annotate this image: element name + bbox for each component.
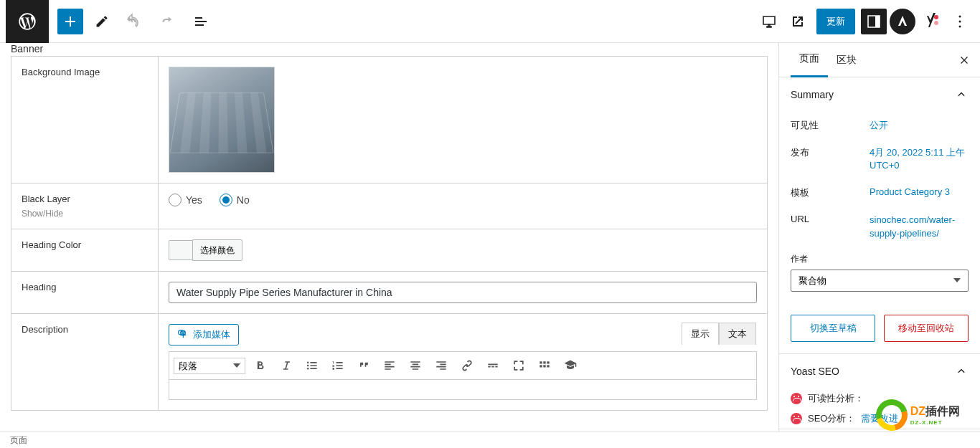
editor-tabs: 显示 文本 [682, 323, 756, 345]
more-tag-icon [486, 358, 500, 373]
bold-icon [253, 358, 268, 373]
align-right-icon [434, 358, 448, 373]
yoast-button[interactable] [918, 9, 944, 34]
editor-main: Banner Background Image Black Layer Show… [0, 43, 980, 432]
blockquote-button[interactable] [353, 355, 374, 376]
svg-point-7 [307, 365, 309, 367]
editor-tab-visual[interactable]: 显示 [682, 323, 719, 345]
insert-more-button[interactable] [482, 355, 504, 376]
tab-page[interactable]: 页面 [791, 42, 828, 77]
add-block-button[interactable] [57, 9, 83, 34]
summary-publish: 发布 4月 20, 2022 5:11 上午 UTC+0 [791, 139, 969, 179]
plus-icon [62, 13, 79, 30]
yoast-panel: Yoast SEO 可读性分析： SEO分析： 需要改进 [779, 354, 980, 429]
fields-table: Background Image Black Layer Show/Hide Y… [11, 56, 768, 411]
bold-button[interactable] [250, 355, 271, 376]
background-image-thumbnail[interactable] [169, 67, 275, 173]
seo-row: SEO分析： 需要改进 [779, 409, 980, 429]
settings-sidebar: 页面 区块 Summary 可见性 公开 发布 4月 20, 2022 5:11… [778, 43, 980, 432]
editor-toolbar: 段落 [169, 351, 757, 380]
link-button[interactable] [456, 355, 478, 376]
ol-icon [331, 358, 345, 373]
chevron-up-icon [954, 364, 969, 378]
radio-input-no[interactable] [220, 194, 232, 206]
redo-button[interactable] [149, 4, 184, 39]
color-swatch[interactable] [169, 240, 192, 260]
choose-color-button[interactable]: 选择颜色 [192, 239, 242, 261]
italic-button[interactable] [275, 355, 297, 376]
svg-point-6 [307, 362, 309, 364]
publish-value[interactable]: 4月 20, 2022 5:11 上午 UTC+0 [870, 146, 969, 172]
update-button[interactable]: 更新 [816, 9, 855, 34]
metabox-title: Banner [0, 43, 778, 56]
media-icon [177, 329, 189, 340]
toolbar-toggle-button[interactable] [534, 355, 555, 376]
field-row-heading-color: Heading Color 选择颜色 [11, 229, 768, 272]
align-right-button[interactable] [430, 355, 452, 376]
right-toolbar-group: 更新 [755, 9, 974, 34]
graduation-icon [563, 358, 578, 373]
edit-mode-button[interactable] [89, 4, 115, 39]
view-button[interactable] [756, 9, 782, 34]
view-page-button[interactable] [785, 9, 811, 34]
yoast-panel-toggle[interactable]: Yoast SEO [779, 354, 980, 389]
tab-block[interactable]: 区块 [828, 44, 865, 77]
svg-point-0 [934, 15, 938, 19]
editor-content-area[interactable] [169, 380, 757, 400]
fullscreen-button[interactable] [508, 355, 529, 376]
align-left-button[interactable] [379, 355, 400, 376]
redo-icon [158, 13, 175, 30]
field-value [159, 272, 768, 314]
wordpress-logo[interactable] [6, 0, 49, 43]
radio-input-yes[interactable] [169, 194, 182, 206]
document-overview-button[interactable] [184, 4, 218, 39]
url-value[interactable]: sinochec.com/water-supply-pipelines/ [870, 214, 969, 239]
radio-no[interactable]: No [220, 194, 250, 206]
quote-icon [357, 358, 371, 373]
toolbar-toggle-icon [537, 358, 552, 373]
author-select[interactable]: 聚合物 [791, 270, 969, 292]
radio-yes[interactable]: Yes [169, 194, 202, 206]
external-link-icon [789, 13, 806, 30]
editor-tab-text[interactable]: 文本 [719, 323, 756, 345]
yoast-icon [923, 13, 940, 30]
field-label: Heading Color [11, 229, 159, 272]
breadcrumb[interactable]: 页面 [10, 434, 27, 447]
more-options-button[interactable] [947, 9, 973, 34]
sidebar-tabs: 页面 区块 [779, 43, 980, 77]
field-value: Yes No [159, 184, 768, 229]
heading-input[interactable] [169, 282, 757, 303]
desktop-icon [760, 13, 778, 30]
summary-panel-toggle[interactable]: Summary [779, 77, 980, 112]
wordpress-icon [17, 11, 37, 32]
format-select[interactable]: 段落 [174, 358, 245, 374]
settings-sidebar-toggle[interactable] [861, 9, 887, 34]
align-center-button[interactable] [405, 355, 426, 376]
svg-point-3 [959, 20, 961, 22]
switch-to-draft-button[interactable]: 切换至草稿 [791, 315, 875, 342]
svg-point-4 [959, 25, 961, 27]
graduation-button[interactable] [560, 355, 581, 376]
field-label: Black Layer Show/Hide [11, 184, 159, 229]
summary-template: 模板 Product Category 3 [791, 179, 969, 206]
add-media-button[interactable]: 添加媒体 [169, 324, 239, 345]
field-value [159, 57, 768, 184]
editor-canvas: Banner Background Image Black Layer Show… [0, 43, 778, 432]
top-toolbar: 更新 [0, 0, 980, 43]
visibility-value[interactable]: 公开 [870, 119, 969, 132]
close-sidebar-button[interactable] [954, 50, 974, 70]
list-view-icon [192, 13, 209, 30]
sad-face-icon [791, 393, 802, 404]
numbered-list-button[interactable] [327, 355, 349, 376]
undo-button[interactable] [115, 4, 149, 39]
italic-icon [279, 358, 293, 373]
bulleted-list-button[interactable] [301, 355, 323, 376]
seo-value[interactable]: 需要改进 [861, 412, 898, 425]
move-to-trash-button[interactable]: 移动至回收站 [884, 315, 969, 342]
link-icon [460, 358, 474, 373]
readability-row: 可读性分析： [779, 389, 980, 409]
astra-button[interactable] [890, 9, 915, 34]
template-value[interactable]: Product Category 3 [870, 186, 969, 199]
left-toolbar-group [6, 0, 218, 43]
ul-icon [305, 358, 319, 373]
